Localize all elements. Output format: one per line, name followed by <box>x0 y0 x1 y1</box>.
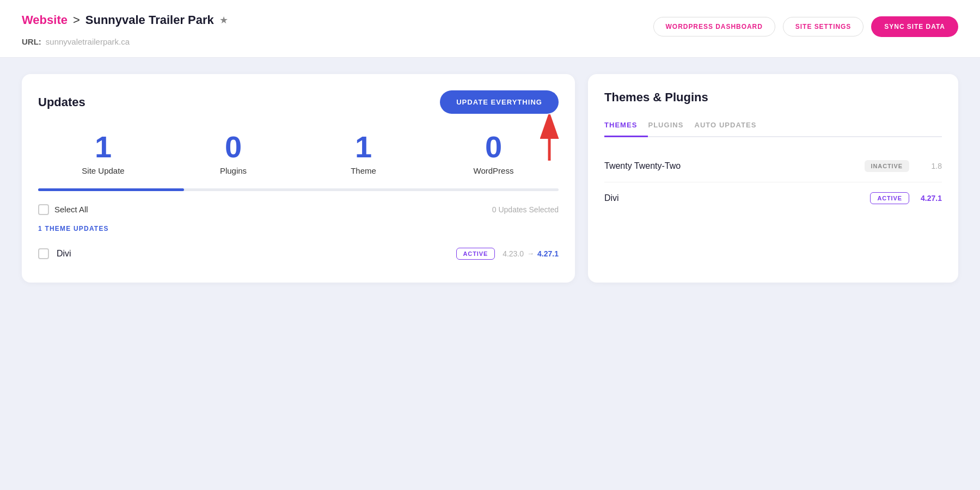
header-right: WORDPRESS DASHBOARD SITE SETTINGS SYNC S… <box>653 16 958 37</box>
url-label: URL: <box>22 37 41 46</box>
theme-divi-status: ACTIVE <box>870 192 909 204</box>
update-everything-wrap: UPDATE EVERYTHING <box>440 90 559 114</box>
select-all-label: Select All <box>54 205 88 214</box>
themes-tabs: THEMES PLUGINS AUTO UPDATES <box>604 115 942 137</box>
divi-update-name: Divi <box>57 249 449 259</box>
select-all-left: Select All <box>38 204 88 215</box>
stat-theme-label: Theme <box>298 166 428 175</box>
theme-twentytwentytwo-version: 1.8 <box>920 162 942 170</box>
main-content: Updates UPDATE EVERYTHING 1 Site Updat <box>0 58 980 299</box>
favorite-star-icon[interactable]: ★ <box>219 14 228 26</box>
breadcrumb-website-link[interactable]: Website <box>22 13 68 27</box>
updates-panel: Updates UPDATE EVERYTHING 1 Site Updat <box>22 74 575 283</box>
stats-row: 1 Site Update 0 Plugins 1 Theme 0 WordPr… <box>38 130 559 175</box>
theme-item-twentytwentytwo: Twenty Twenty-Two INACTIVE 1.8 <box>604 150 942 182</box>
divi-active-badge: ACTIVE <box>456 248 495 260</box>
stat-wordpress-label: WordPress <box>428 166 559 175</box>
themes-plugins-panel: Themes & Plugins THEMES PLUGINS AUTO UPD… <box>588 74 958 283</box>
theme-twentytwentytwo-name: Twenty Twenty-Two <box>604 161 865 171</box>
stat-theme-number: 1 <box>298 130 428 164</box>
tab-plugins[interactable]: PLUGINS <box>648 115 694 137</box>
theme-twentytwentytwo-status: INACTIVE <box>865 160 909 172</box>
stat-wordpress: 0 WordPress <box>428 130 559 175</box>
breadcrumb: Website > Sunnyvale Trailer Park ★ <box>22 13 228 27</box>
stat-site-update-number: 1 <box>38 130 168 164</box>
themes-plugins-title: Themes & Plugins <box>604 90 942 105</box>
stat-site-update-label: Site Update <box>38 166 168 175</box>
theme-divi-name: Divi <box>604 193 870 203</box>
stat-theme: 1 Theme <box>298 130 428 175</box>
url-row: URL: sunnyvaletrailerpark.ca <box>22 37 228 46</box>
select-all-checkbox[interactable] <box>38 204 49 215</box>
divi-update-checkbox[interactable] <box>38 248 49 259</box>
site-settings-button[interactable]: SITE SETTINGS <box>783 17 864 36</box>
progress-bar <box>38 188 559 191</box>
divi-version-from: 4.23.0 <box>503 249 524 258</box>
progress-bar-fill <box>38 188 184 191</box>
tab-themes[interactable]: THEMES <box>604 115 648 137</box>
stat-plugins: 0 Plugins <box>168 130 298 175</box>
tab-auto-updates[interactable]: AUTO UPDATES <box>695 115 768 137</box>
header: Website > Sunnyvale Trailer Park ★ URL: … <box>0 0 980 58</box>
stat-plugins-number: 0 <box>168 130 298 164</box>
theme-divi-version: 4.27.1 <box>920 194 942 203</box>
stat-site-update: 1 Site Update <box>38 130 168 175</box>
divi-version-info: 4.23.0 → 4.27.1 <box>503 249 559 258</box>
stat-plugins-label: Plugins <box>168 166 298 175</box>
stat-wordpress-number: 0 <box>428 130 559 164</box>
updates-title: Updates <box>38 95 85 109</box>
update-everything-button[interactable]: UPDATE EVERYTHING <box>440 90 559 114</box>
theme-item-divi: Divi ACTIVE 4.27.1 <box>604 182 942 214</box>
header-left: Website > Sunnyvale Trailer Park ★ URL: … <box>22 13 228 46</box>
sync-site-data-button[interactable]: SYNC SITE DATA <box>871 16 958 37</box>
select-all-row: Select All 0 Updates Selected <box>38 204 559 215</box>
breadcrumb-site-name: Sunnyvale Trailer Park <box>85 13 214 27</box>
version-arrow-icon: → <box>527 249 534 258</box>
url-value: sunnyvaletrailerpark.ca <box>46 37 130 46</box>
wordpress-dashboard-button[interactable]: WORDPRESS DASHBOARD <box>653 17 775 36</box>
updates-selected-count: 0 Updates Selected <box>492 205 559 214</box>
divi-version-to: 4.27.1 <box>537 249 559 258</box>
theme-updates-section-label: 1 THEME UPDATES <box>38 225 559 232</box>
breadcrumb-separator: > <box>73 13 80 27</box>
update-item-divi: Divi ACTIVE 4.23.0 → 4.27.1 <box>38 241 559 266</box>
updates-panel-header: Updates UPDATE EVERYTHING <box>38 90 559 114</box>
